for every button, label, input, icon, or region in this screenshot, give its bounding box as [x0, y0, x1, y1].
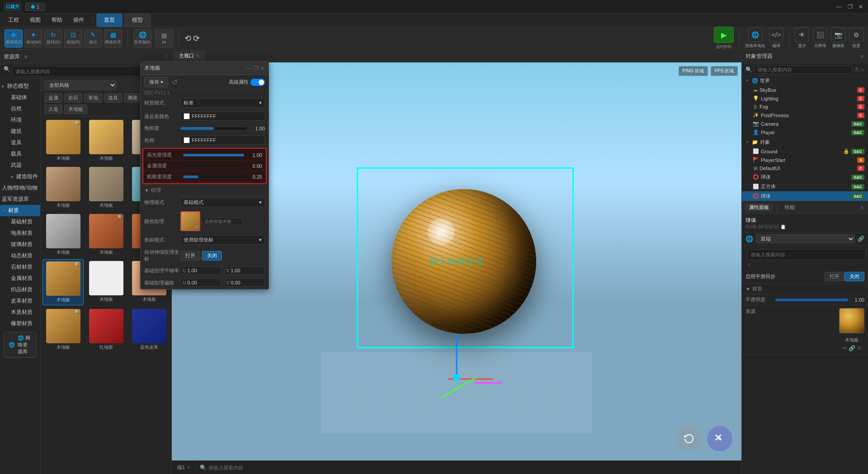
obj-search-input[interactable] [754, 66, 852, 74]
menu-project[interactable]: 工程 [4, 15, 24, 25]
cat-arch[interactable]: 建筑 [0, 126, 40, 137]
cat-wood-mat[interactable]: 木质材质 [0, 307, 40, 318]
net-resources-btn[interactable]: 🌐 🌐 网络资源库 [4, 332, 37, 358]
uv-tile-v[interactable]: V 1.00 [224, 266, 265, 275]
cat-blue-army[interactable]: 蓝军资源库 [0, 194, 40, 205]
tree-lighting[interactable]: 💡 Lighting C [742, 94, 868, 103]
close-console-icon[interactable]: ✕ [187, 465, 190, 470]
mat-hue-val[interactable]: FFFFFFFF [180, 136, 265, 145]
sat-track[interactable] [180, 127, 247, 130]
tool-scale[interactable]: ⊡ 缩放(R) [64, 29, 82, 47]
uv-tile-u[interactable]: U 1.00 [180, 266, 222, 275]
tree-default-ui[interactable]: 🖥 DefaultUI C [742, 164, 868, 172]
filter-select[interactable]: 全部风格 [44, 81, 117, 90]
asset-search-input[interactable] [12, 66, 161, 76]
tree-camera[interactable]: 📷 Camera S&C [742, 119, 868, 128]
resource-link-icon[interactable]: 🔗 [849, 345, 855, 351]
tool-snap[interactable]: ▦ 网格对齐 [104, 29, 122, 47]
hue-swatch[interactable] [184, 137, 190, 143]
prop-search-input[interactable] [747, 249, 866, 260]
mat-restore-btn[interactable]: ❐ [254, 65, 259, 71]
adv-attr-switch[interactable] [250, 79, 265, 86]
cat-weapon[interactable]: 武器 [0, 160, 40, 171]
close-vp-tab-icon[interactable]: ✕ [196, 53, 199, 58]
mat-diffuse-val[interactable]: FFFFFFFF [180, 112, 265, 121]
mat-physics-select[interactable]: 基础模式 ▾ [180, 198, 265, 207]
menu-help[interactable]: 帮助 [47, 15, 67, 25]
tag-ceramic[interactable]: 陶瓷 [124, 93, 142, 103]
mat-mode-select[interactable]: 标准 ▾ [180, 98, 265, 108]
close-asset-icon[interactable]: ✕ [24, 54, 28, 60]
tab-home[interactable]: 首页 [96, 13, 123, 27]
tree-fog[interactable]: 🌫 Fog C [742, 103, 868, 111]
cat-vehicle[interactable]: 载具 [0, 148, 40, 160]
cat-material[interactable]: ▼ 材质 [0, 205, 40, 216]
cat-basic[interactable]: 基础体 [0, 92, 40, 103]
prop-tab-attr[interactable]: 属性面板 [745, 203, 773, 212]
tool-rotate[interactable]: ↻ 旋转(E) [44, 29, 62, 47]
tree-skybox[interactable]: ☁ SkyBox C [742, 85, 868, 94]
ping-zone-btn[interactable]: PING 区域 [679, 66, 708, 76]
menu-plugin[interactable]: 插件 [69, 15, 89, 25]
mat-refresh-btn[interactable]: ↺ [172, 78, 178, 86]
console-tab-1[interactable]: 端1 ✕ [172, 462, 196, 473]
asset-item-12[interactable]: 🔍 木地板 [42, 307, 84, 352]
cat-glass-mat[interactable]: 玻璃材质 [0, 239, 40, 250]
cat-leather-mat[interactable]: 皮革材质 [0, 295, 40, 307]
tree-ground[interactable]: ⬜ Ground 🔒 S&C [742, 147, 868, 156]
asset-item-7[interactable]: 🔍 木地板 [85, 212, 127, 257]
asset-item-13[interactable]: 红地胶 [85, 307, 127, 352]
auto-uv-on-btn[interactable]: 打开 [180, 251, 200, 261]
cat-rubber-mat[interactable]: 橡塑材质 [0, 318, 40, 329]
cat-stone-mat[interactable]: 石材材质 [0, 261, 40, 273]
vp-undo-btn[interactable] [676, 426, 702, 451]
asset-item-1[interactable]: 木地板 [85, 118, 127, 163]
asset-item-6[interactable]: 木地板 [42, 212, 84, 257]
close-prop-icon[interactable]: ✕ [860, 204, 864, 211]
auto-uv-off-btn[interactable]: 关闭 [202, 251, 222, 261]
restore-button[interactable]: ❐ [846, 3, 854, 10]
tab-model[interactable]: 模型 [124, 13, 151, 27]
tag-metal[interactable]: 金属 [44, 93, 62, 103]
close-button[interactable]: ✕ [857, 3, 864, 10]
obj-filter-icon[interactable]: ⚗ [854, 66, 859, 73]
cat-metal-mat[interactable]: 金属材质 [0, 273, 40, 284]
menu-view[interactable]: 视图 [25, 15, 45, 25]
tag-grass[interactable]: 草地 [84, 93, 102, 103]
close-obj-manager-icon[interactable]: ✕ [860, 53, 864, 60]
tag-wood-floor[interactable]: 木地板 [64, 104, 87, 114]
tab-main-viewport[interactable]: 主视口 ✕ [174, 51, 205, 61]
ss-on-btn[interactable]: 打开 [825, 272, 844, 281]
color-tex-thumb[interactable]: ⟳ [180, 211, 200, 231]
collapse-btn[interactable]: 《 [162, 53, 168, 61]
prop-tab-perf[interactable]: 性能 [781, 203, 798, 212]
asset-item-10[interactable]: 木地板 [85, 259, 127, 305]
compile-btn[interactable]: </> 编译 [769, 28, 783, 49]
tree-cube[interactable]: ⬜ 正方体 S&C [742, 182, 868, 191]
settings-btn[interactable]: ⚙ 设置 [849, 28, 863, 49]
metal-track[interactable] [183, 165, 244, 167]
link-icon[interactable]: 🔗 [858, 236, 864, 242]
count-btn[interactable]: ▤ 1▾ [155, 29, 173, 47]
vp-sword-btn[interactable] [707, 426, 732, 451]
fps-zone-btn[interactable]: FPS 区域 [711, 66, 738, 76]
tree-player-start[interactable]: 🚩 PlayerStart S [742, 156, 868, 164]
uv-offset-v[interactable]: V 0.00 [224, 279, 265, 287]
cat-ground-mat[interactable]: 地表材质 [0, 228, 40, 239]
resource-thumb[interactable] [839, 308, 864, 333]
tree-sphere2[interactable]: ⭕ 球体 S&C [742, 191, 868, 201]
tool-extra-1[interactable]: ⟲ ⟳ [184, 33, 200, 43]
diffuse-swatch[interactable] [184, 113, 190, 119]
asset-item-3[interactable]: 木地板 [42, 165, 84, 210]
tag-prop[interactable]: 道具 [104, 93, 122, 103]
console-search-input[interactable] [208, 465, 738, 470]
opacity-track[interactable] [775, 299, 848, 301]
resource-edit-icon[interactable]: ✏ [843, 345, 847, 351]
cat-env[interactable]: 环境 [0, 114, 40, 126]
localize-btn[interactable]: 🌐 游戏本地化 [745, 28, 765, 49]
asset-item-0[interactable]: 🔍 木地板 [42, 118, 84, 163]
minimize-button[interactable]: — [835, 3, 843, 10]
obj-add-icon[interactable]: + [861, 66, 864, 73]
mat-minimize-btn[interactable]: — [246, 65, 252, 71]
tool-vertex[interactable]: ✎ 插点 [84, 29, 102, 47]
